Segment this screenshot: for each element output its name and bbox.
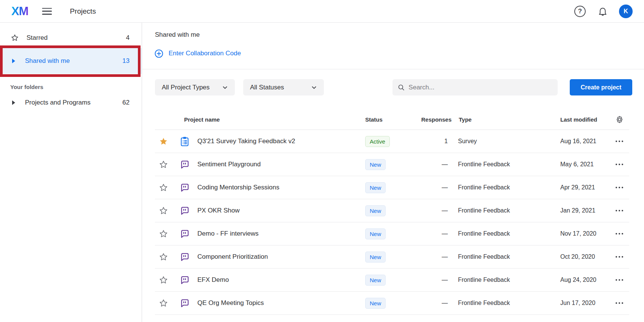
search-input[interactable] <box>409 84 552 91</box>
star-toggle[interactable] <box>155 206 172 216</box>
last-modified-value: May 6, 2021 <box>560 161 610 168</box>
table-row[interactable]: PX OKR Show New — Frontline Feedback Jan… <box>155 199 629 222</box>
enter-collaboration-code-link[interactable]: Enter Collaboration Code <box>154 47 241 60</box>
project-type-value: Frontline Feedback <box>458 230 560 237</box>
frontline-feedback-project-icon <box>180 183 190 192</box>
table-row[interactable]: QE Org Meeting Topics New — Frontline Fe… <box>155 292 629 315</box>
row-actions-menu-button[interactable] <box>610 187 629 189</box>
status-badge: New <box>365 182 386 193</box>
responses-value: — <box>421 277 448 283</box>
help-button[interactable]: ? <box>574 5 586 18</box>
column-header-status[interactable]: Status <box>365 116 421 123</box>
table-row[interactable]: EFX Demo New — Frontline Feedback Aug 24… <box>155 269 629 292</box>
column-header-responses[interactable]: Responses <box>421 116 448 123</box>
last-modified-value: Aug 16, 2021 <box>560 138 610 145</box>
divider <box>142 69 644 69</box>
table-row[interactable]: Sentiment Playground New — Frontline Fee… <box>155 153 629 176</box>
status-badge: New <box>365 298 386 309</box>
project-name-link[interactable]: Sentiment Playground <box>191 161 365 168</box>
project-name-link[interactable]: PX OKR Show <box>191 207 365 214</box>
column-header-project-name[interactable]: Project name <box>155 116 365 123</box>
sidebar-item-shared-with-me[interactable]: Shared with me 13 <box>0 48 142 74</box>
star-toggle[interactable] <box>155 275 172 285</box>
last-modified-value: Jan 29, 2021 <box>560 207 610 214</box>
last-modified-value: Apr 29, 2021 <box>560 184 610 191</box>
project-type-value: Frontline Feedback <box>458 161 560 168</box>
user-avatar[interactable]: K <box>619 5 633 18</box>
project-types-filter-dropdown[interactable]: All Project Types <box>155 79 235 95</box>
project-name-link[interactable]: Component Prioritization <box>191 253 365 261</box>
row-actions-menu-button[interactable] <box>610 164 629 166</box>
star-toggle[interactable] <box>155 229 172 239</box>
survey-project-icon <box>180 136 189 147</box>
table-row[interactable]: Component Prioritization New — Frontline… <box>155 245 629 269</box>
row-actions-menu-button[interactable] <box>610 210 629 212</box>
project-name-link[interactable]: Coding Mentorship Sessions <box>191 184 365 191</box>
project-type-value: Frontline Feedback <box>458 300 560 306</box>
status-badge: New <box>365 159 386 170</box>
sidebar-item-count: 62 <box>122 99 130 106</box>
column-header-last-modified[interactable]: Last modified <box>560 116 610 123</box>
search-icon <box>398 84 405 91</box>
table-row[interactable]: Q3'21 Survey Taking Feedback v2 Active 1… <box>155 130 629 153</box>
responses-value: — <box>421 230 448 237</box>
project-name-link[interactable]: Demo - FF interviews <box>191 230 365 238</box>
star-outline-icon <box>159 299 168 308</box>
table-settings-gear-icon[interactable] <box>615 115 624 124</box>
xm-logo[interactable]: XM <box>11 5 28 18</box>
project-type-value: Frontline Feedback <box>458 277 560 283</box>
table-header-row: Project name Status Responses Type Last … <box>155 109 629 130</box>
column-header-type[interactable]: Type <box>458 116 560 123</box>
statuses-filter-dropdown[interactable]: All Statuses <box>243 79 324 95</box>
table-row[interactable]: Demo - FF interviews New — Frontline Fee… <box>155 222 629 245</box>
star-toggle[interactable] <box>155 183 172 192</box>
star-outline-icon <box>159 229 168 239</box>
caret-right-icon[interactable] <box>12 100 15 105</box>
table-row[interactable] <box>155 315 629 322</box>
project-type-value: Frontline Feedback <box>458 184 560 191</box>
notifications-button[interactable] <box>596 5 609 18</box>
star-toggle[interactable] <box>155 160 172 169</box>
status-badge: New <box>365 228 386 239</box>
star-toggle[interactable] <box>155 252 172 262</box>
sidebar-item-label: Starred <box>27 34 48 42</box>
project-name-link[interactable]: Q3'21 Survey Taking Feedback v2 <box>191 138 365 145</box>
project-name-link[interactable]: EFX Demo <box>191 276 365 284</box>
sidebar-item-label: Projects and Programs <box>25 99 91 106</box>
star-outline-icon <box>159 160 168 169</box>
project-name-link[interactable]: QE Org Meeting Topics <box>191 299 365 307</box>
your-folders-heading: Your folders <box>10 84 142 90</box>
help-icon: ? <box>574 6 586 17</box>
status-badge: New <box>365 275 386 286</box>
project-type-value: Frontline Feedback <box>458 207 560 214</box>
star-toggle[interactable] <box>155 299 172 308</box>
row-actions-menu-button[interactable] <box>610 302 629 304</box>
chevron-down-icon <box>311 84 317 91</box>
frontline-feedback-project-icon <box>180 229 190 239</box>
row-actions-menu-button[interactable] <box>610 256 629 258</box>
table-row[interactable]: Coding Mentorship Sessions New — Frontli… <box>155 176 629 199</box>
sidebar: Starred 4 Shared with me 13 Your folders… <box>0 23 142 322</box>
main-content: Shared with me Enter Collaboration Code … <box>142 23 644 322</box>
create-project-button[interactable]: Create project <box>570 79 632 95</box>
star-outline-icon <box>159 206 168 216</box>
row-actions-menu-button[interactable] <box>610 141 629 142</box>
hamburger-menu-icon[interactable] <box>42 8 52 15</box>
caret-right-icon[interactable] <box>12 59 15 63</box>
status-badge: New <box>365 205 386 216</box>
responses-value: 1 <box>421 138 448 145</box>
row-actions-menu-button[interactable] <box>610 279 629 281</box>
star-outline-icon <box>159 275 168 285</box>
chevron-down-icon <box>222 84 228 91</box>
frontline-feedback-project-icon <box>180 159 190 169</box>
star-outline-icon <box>159 183 168 192</box>
row-actions-menu-button[interactable] <box>610 233 629 235</box>
responses-value: — <box>421 300 448 306</box>
frontline-feedback-project-icon <box>180 298 190 308</box>
sidebar-item-starred[interactable]: Starred 4 <box>0 28 142 48</box>
bell-icon <box>597 6 608 17</box>
last-modified-value: Jun 17, 2020 <box>560 300 610 306</box>
star-toggle[interactable] <box>155 137 172 146</box>
sidebar-item-projects-and-programs[interactable]: Projects and Programs 62 <box>0 92 142 113</box>
star-outline-icon <box>159 252 168 262</box>
